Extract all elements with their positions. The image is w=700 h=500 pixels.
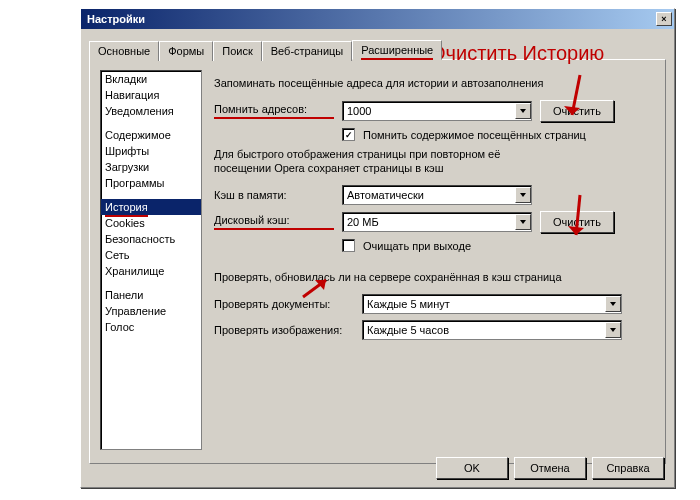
sidebar-item[interactable]: Шрифты — [101, 143, 201, 159]
sidebar-item[interactable]: Вкладки — [101, 71, 201, 87]
chevron-down-icon[interactable] — [515, 187, 531, 203]
panel: Вкладки Навигация Уведомления Содержимое… — [89, 59, 666, 464]
sidebar-item[interactable]: Управление — [101, 303, 201, 319]
close-icon[interactable]: × — [656, 12, 672, 26]
category-sidebar[interactable]: Вкладки Навигация Уведомления Содержимое… — [100, 70, 202, 450]
disk-cache-dropdown[interactable]: 20 МБ — [342, 212, 532, 232]
check-docs-dropdown[interactable]: Каждые 5 минут — [362, 294, 622, 314]
memory-cache-dropdown[interactable]: Автоматически — [342, 185, 532, 205]
window-title: Настройки — [87, 13, 656, 25]
check-images-label: Проверять изображения: — [214, 324, 354, 336]
memory-cache-label: Кэш в памяти: — [214, 189, 334, 201]
sidebar-item[interactable]: Хранилище — [101, 263, 201, 279]
sidebar-item[interactable]: Уведомления — [101, 103, 201, 119]
tab-poisk[interactable]: Поиск — [213, 41, 261, 61]
sidebar-item[interactable]: Панели — [101, 287, 201, 303]
tab-veb[interactable]: Веб-страницы — [262, 41, 353, 61]
sidebar-item[interactable]: Безопасность — [101, 231, 201, 247]
help-button[interactable]: Справка — [592, 457, 664, 479]
check-desc: Проверять, обновилась ли на сервере сохр… — [214, 270, 655, 284]
cache-desc: Для быстрого отображения страницы при по… — [214, 147, 655, 175]
remember-addresses-dropdown[interactable]: 1000 — [342, 101, 532, 121]
chevron-down-icon[interactable] — [515, 214, 531, 230]
remember-content-label: Помнить содержимое посещённых страниц — [363, 129, 586, 141]
tab-rasshirennye[interactable]: Расширенные — [352, 40, 442, 60]
tab-strip: Основные Формы Поиск Веб-страницы Расшир… — [89, 39, 666, 59]
sidebar-item[interactable]: Загрузки — [101, 159, 201, 175]
remember-content-checkbox[interactable] — [342, 128, 355, 141]
settings-window: Настройки × Основные Формы Поиск Веб-стр… — [80, 8, 675, 488]
sidebar-item[interactable]: Содержимое — [101, 127, 201, 143]
tab-formy[interactable]: Формы — [159, 41, 213, 61]
chevron-down-icon[interactable] — [605, 296, 621, 312]
sidebar-item[interactable]: Программы — [101, 175, 201, 191]
remember-desc: Запоминать посещённые адреса для истории… — [214, 76, 655, 90]
check-docs-label: Проверять документы: — [214, 298, 354, 310]
sidebar-item[interactable]: Cookies — [101, 215, 201, 231]
sidebar-item[interactable]: Сеть — [101, 247, 201, 263]
sidebar-item-history[interactable]: История — [101, 199, 201, 215]
clear-on-exit-checkbox[interactable] — [342, 239, 355, 252]
cancel-button[interactable]: Отмена — [514, 457, 586, 479]
chevron-down-icon[interactable] — [605, 322, 621, 338]
titlebar: Настройки × — [81, 9, 674, 29]
remember-label: Помнить адресов: — [214, 103, 334, 119]
content-area: Запоминать посещённые адреса для истории… — [214, 70, 655, 453]
clear-history-button[interactable]: Очистить — [540, 100, 614, 122]
ok-button[interactable]: OK — [436, 457, 508, 479]
clear-on-exit-label: Очищать при выходе — [363, 240, 471, 252]
disk-cache-label: Дисковый кэш: — [214, 214, 334, 230]
sidebar-item[interactable]: Голос — [101, 319, 201, 335]
check-images-dropdown[interactable]: Каждые 5 часов — [362, 320, 622, 340]
dialog-buttons: OK Отмена Справка — [436, 457, 664, 479]
sidebar-item[interactable]: Навигация — [101, 87, 201, 103]
tab-osnovnye[interactable]: Основные — [89, 41, 159, 61]
clear-cache-button[interactable]: Очистить — [540, 211, 614, 233]
chevron-down-icon[interactable] — [515, 103, 531, 119]
